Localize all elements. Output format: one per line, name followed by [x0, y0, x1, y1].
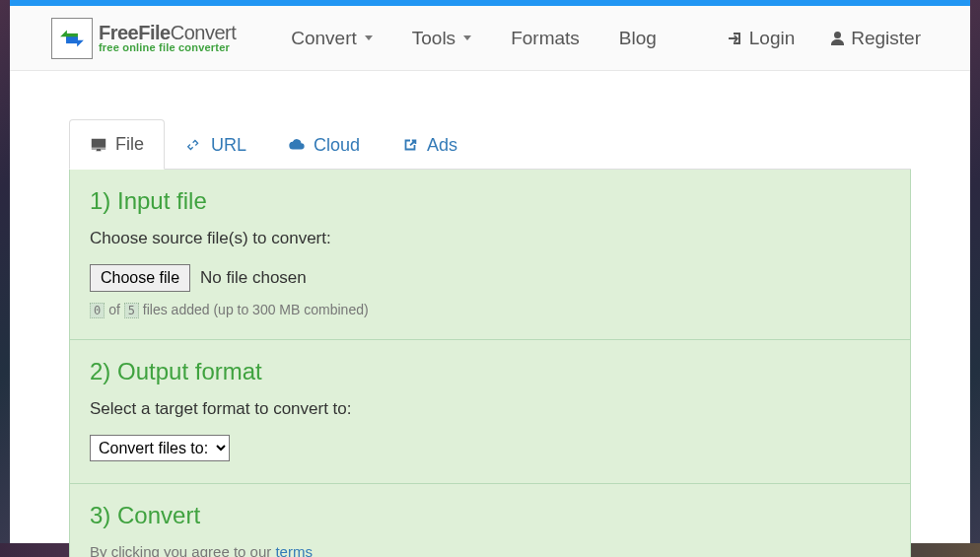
conversion-panel: 1) Input file Choose source file(s) to c… [69, 170, 911, 557]
output-format-select[interactable]: Convert files to: [90, 435, 230, 461]
step1-heading: 1) Input file [90, 187, 890, 215]
step3-heading: 3) Convert [90, 502, 890, 529]
step1-prompt: Choose source file(s) to convert: [90, 229, 890, 248]
brand-subtitle: free online file converter [99, 42, 236, 53]
file-count-hint: 0 of 5 files added (up to 300 MB combine… [90, 302, 890, 317]
desktop-icon [90, 136, 107, 154]
svg-rect-1 [66, 36, 78, 43]
step2-prompt: Select a target format to convert to: [90, 399, 890, 419]
nav-convert[interactable]: Convert [271, 28, 392, 49]
brand-title: FreeFileConvert [99, 23, 236, 42]
tab-cloud[interactable]: Cloud [267, 119, 381, 170]
link-icon [185, 136, 203, 154]
logo-icon [51, 18, 93, 59]
login-icon [728, 31, 743, 46]
step2-heading: 2) Output format [90, 358, 890, 385]
user-icon [830, 31, 845, 46]
step-input-file: 1) Input file Choose source file(s) to c… [70, 170, 910, 339]
choose-file-button[interactable]: Choose file [90, 264, 190, 292]
nav-register[interactable]: Register [822, 28, 929, 49]
tab-ads[interactable]: Ads [381, 119, 478, 170]
cloud-download-icon [288, 136, 306, 154]
terms-link[interactable]: terms [275, 543, 313, 557]
brand-logo[interactable]: FreeFileConvert free online file convert… [51, 18, 236, 59]
nav-login[interactable]: Login [720, 28, 804, 49]
nav-tools[interactable]: Tools [392, 28, 491, 49]
tab-file[interactable]: File [69, 119, 165, 170]
step-output-format: 2) Output format Select a target format … [70, 339, 910, 483]
file-chosen-status: No file chosen [200, 268, 307, 288]
nav-blog[interactable]: Blog [599, 28, 676, 49]
nav-formats[interactable]: Formats [491, 28, 599, 49]
tab-url[interactable]: URL [165, 119, 267, 170]
chevron-down-icon [463, 35, 471, 40]
source-tabs: File URL Cloud Ads [69, 118, 911, 170]
external-link-icon [401, 136, 419, 154]
navbar: FreeFileConvert free online file convert… [10, 6, 970, 71]
chevron-down-icon [365, 35, 373, 40]
step-convert: 3) Convert By clicking you agree to our … [70, 483, 910, 557]
terms-line: By clicking you agree to our terms [90, 543, 890, 557]
